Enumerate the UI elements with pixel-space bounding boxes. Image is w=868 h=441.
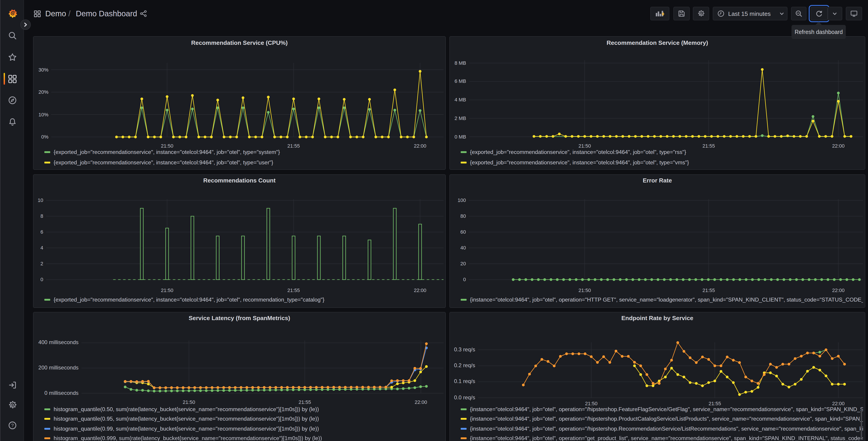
svg-text:?: ?	[11, 423, 13, 428]
